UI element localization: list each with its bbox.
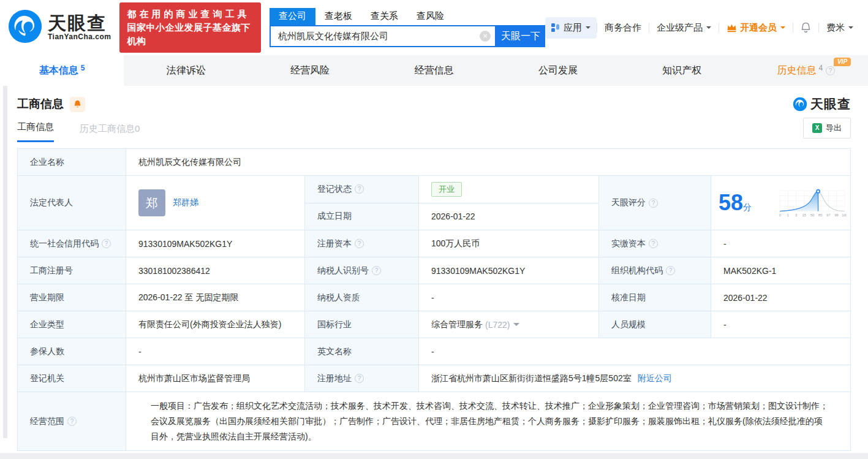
- svg-text:97: 97: [826, 213, 830, 217]
- status-badge: 开业: [431, 182, 462, 197]
- legal-rep-link[interactable]: 郑群娣: [173, 197, 198, 208]
- logo-name: 天眼查: [48, 14, 111, 32]
- reg-address-label: 注册地址 ?: [305, 365, 419, 392]
- help-icon[interactable]: ?: [355, 239, 364, 248]
- tianyancha-logo-icon: [7, 9, 43, 47]
- help-icon[interactable]: ?: [649, 199, 658, 208]
- help-icon[interactable]: ?: [102, 239, 111, 248]
- excel-icon: X: [812, 123, 822, 133]
- svg-text:0: 0: [779, 213, 781, 217]
- export-button[interactable]: X 导出: [803, 118, 851, 138]
- search-button[interactable]: 天眼一下: [496, 25, 545, 47]
- notification-bell[interactable]: [793, 22, 818, 34]
- svg-text:3: 3: [795, 213, 797, 217]
- user-menu[interactable]: 费米: [819, 22, 861, 34]
- tab-count: 5: [81, 64, 85, 72]
- reg-number-label: 工商注册号: [18, 257, 126, 284]
- establish-date-value: 2026-01-22: [419, 203, 598, 230]
- business-cooperation-link[interactable]: 商务合作: [597, 22, 649, 34]
- company-type-value: 有限责任公司(外商投资企业法人独资): [126, 311, 305, 338]
- subtab-business-info[interactable]: 工商信息: [17, 121, 54, 142]
- industry-code: (L722): [485, 320, 510, 330]
- tab-label: 法律诉讼: [167, 64, 206, 77]
- tab-history-info[interactable]: 历史信息 4 ? VIP: [744, 55, 868, 86]
- help-icon[interactable]: ?: [372, 266, 381, 275]
- reg-authority-label: 登记机关: [18, 365, 126, 392]
- company-type-label: 企业类型: [18, 311, 126, 338]
- tab-operating-info[interactable]: 经营信息: [372, 55, 496, 86]
- tab-operating-risk[interactable]: 经营风险: [248, 55, 372, 86]
- credit-code-label: 统一社会信用代码 ?: [18, 230, 126, 257]
- bottom-band: [0, 453, 868, 459]
- subtabs: 工商信息 历史工商信息0 X 导出: [0, 116, 868, 142]
- taxpayer-id-value: 91330109MAK502KG1Y: [419, 257, 599, 284]
- chevron-down-icon: [706, 26, 711, 31]
- search-block: 查公司 查老板 查关系 查风险 × 天眼一下: [270, 8, 545, 47]
- tianyancha-logo[interactable]: 天眼查 TianYanCha.com: [7, 9, 111, 47]
- open-vip-menu[interactable]: 开通会员: [719, 22, 793, 34]
- help-icon[interactable]: ?: [355, 184, 364, 194]
- table-row: 企业名称 杭州凯辰文化传媒有限公司: [18, 149, 850, 176]
- enterprise-products-menu[interactable]: 企业级产品: [649, 22, 719, 34]
- search-tab-risk[interactable]: 查风险: [407, 8, 453, 25]
- tab-label: 基本信息: [39, 64, 78, 77]
- reg-status-value: 开业: [419, 176, 598, 203]
- watermark-logo: 天眼查: [793, 96, 851, 113]
- left-scroll-strip: [3, 86, 7, 438]
- tab-label: 经营风险: [290, 64, 330, 77]
- search-tabs: 查公司 查老板 查关系 查风险: [270, 8, 545, 25]
- clear-input-icon[interactable]: ×: [480, 31, 491, 42]
- tab-label: 经营信息: [414, 64, 453, 77]
- org-code-label: 组织机构代码 ?: [599, 257, 711, 284]
- avatar[interactable]: 郑: [138, 189, 165, 216]
- username: 费米: [826, 22, 845, 34]
- tab-label: 知识产权: [662, 64, 701, 77]
- business-term-label: 营业期限: [18, 284, 126, 311]
- score-distribution-chart: 0 1 3 15 50 85 97 99 100: [778, 183, 847, 223]
- search-tab-boss[interactable]: 查老板: [315, 8, 361, 25]
- help-icon[interactable]: ?: [826, 66, 835, 75]
- apps-menu[interactable]: 应用: [545, 17, 597, 39]
- staff-size-label: 人员规模: [599, 311, 711, 338]
- svg-text:50: 50: [810, 213, 814, 217]
- nearby-companies-link[interactable]: 附近公司: [638, 373, 672, 384]
- company-nav-tabs: 基本信息 5 法律诉讼 经营风险 经营信息 公司发展 知识产权 历史信息 4 ?…: [0, 55, 868, 86]
- table-row: 营业期限 2026-01-22 至 无固定期限 纳税人资质 - 核准日期 202…: [18, 284, 850, 311]
- tab-label: 公司发展: [538, 64, 578, 77]
- staff-size-value: -: [711, 311, 850, 338]
- taxpayer-id-label: 纳税人识别号 ?: [305, 257, 419, 284]
- slogan-banner: 都在用的商业查询工具 国家中小企业发展子基金旗下机构: [119, 2, 261, 53]
- help-icon[interactable]: ?: [67, 417, 77, 426]
- table-row: 经营范围 ? 一般项目：广告发布；组织文化艺术交流活动；技术服务、技术开发、技术…: [18, 392, 850, 450]
- logo-domain: TianYanCha.com: [48, 32, 111, 41]
- score-number: 58: [719, 190, 743, 215]
- svg-text:15: 15: [802, 213, 806, 217]
- tab-intellectual-property[interactable]: 知识产权: [620, 55, 744, 86]
- reg-number-value: 330181002386412: [126, 257, 305, 284]
- tab-company-development[interactable]: 公司发展: [496, 55, 620, 86]
- industry-label: 国标行业: [305, 311, 419, 338]
- reg-authority-value: 杭州市萧山区市场监督管理局: [126, 365, 305, 392]
- tab-legal-proceedings[interactable]: 法律诉讼: [124, 55, 247, 86]
- help-icon[interactable]: ?: [666, 266, 675, 275]
- reg-status-label: 登记状态 ?: [305, 176, 419, 203]
- org-code-value: MAK502KG-1: [711, 257, 850, 284]
- subscribe-bell-button[interactable]: [70, 97, 85, 112]
- reg-capital-label: 注册资本 ?: [305, 230, 419, 257]
- company-name-label: 企业名称: [18, 149, 126, 175]
- reg-address-value: 浙江省杭州市萧山区新街街道恒盛路5号1幢5层502室 附近公司: [419, 365, 850, 392]
- subtab-history-business-info[interactable]: 历史工商信息0: [80, 123, 140, 142]
- search-input[interactable]: [270, 25, 496, 47]
- help-icon[interactable]: ?: [355, 374, 364, 383]
- help-icon[interactable]: ?: [649, 239, 658, 248]
- chevron-down-icon: [586, 26, 591, 31]
- chevron-down-icon[interactable]: [513, 323, 519, 329]
- reg-capital-value: 100万人民币: [419, 230, 599, 257]
- slogan-line2: 国家中小企业发展子基金旗下机构: [127, 21, 254, 48]
- search-tab-company[interactable]: 查公司: [270, 8, 315, 25]
- english-name-label: 英文名称: [305, 338, 419, 365]
- tab-basic-info[interactable]: 基本信息 5: [0, 55, 124, 86]
- search-tab-relation[interactable]: 查关系: [361, 8, 407, 25]
- tab-count: 4: [818, 64, 823, 72]
- score-label: 天眼评分 ?: [599, 176, 711, 230]
